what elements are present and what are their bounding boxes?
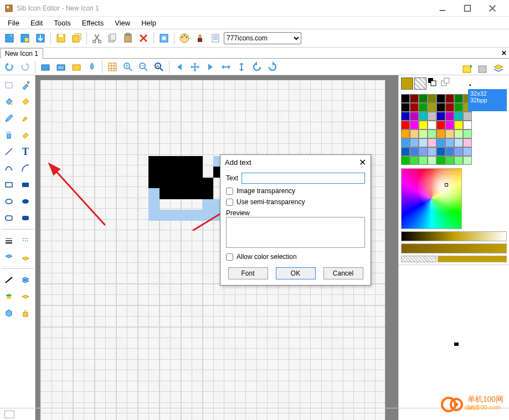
palette-icon[interactable]: [177, 31, 192, 45]
wizard-icon[interactable]: [193, 31, 207, 45]
rotate-right-icon[interactable]: [265, 60, 280, 74]
color-swatch[interactable]: [454, 129, 463, 138]
color-swatch[interactable]: [419, 94, 428, 103]
arrow-right-icon[interactable]: [203, 60, 218, 74]
layer-visibility-icon[interactable]: ▪: [469, 82, 471, 88]
zoom-in-icon[interactable]: [121, 60, 135, 74]
drop-icon[interactable]: [85, 60, 99, 74]
close-button[interactable]: [480, 0, 505, 17]
color-swatch[interactable]: [428, 112, 436, 121]
color-swatch[interactable]: [428, 103, 436, 112]
color-swatch[interactable]: [463, 121, 472, 129]
arrow-left-icon[interactable]: [172, 60, 187, 74]
color-swatch[interactable]: [410, 103, 419, 112]
color-swatch[interactable]: [410, 112, 419, 121]
roundrect-tool[interactable]: [1, 210, 17, 226]
open-icon[interactable]: [18, 31, 32, 45]
color-swap-icon[interactable]: [428, 77, 440, 90]
color-swatch[interactable]: [436, 147, 445, 156]
saturation-slider[interactable]: [401, 243, 507, 253]
merge-icon[interactable]: [1, 289, 17, 304]
color-swatch[interactable]: [428, 147, 436, 156]
menu-effects[interactable]: Effects: [76, 18, 110, 28]
brush-tool[interactable]: [18, 111, 33, 126]
properties-icon[interactable]: [208, 31, 223, 45]
flatten-icon[interactable]: [18, 289, 33, 304]
cut-icon[interactable]: [90, 31, 104, 45]
semi-transparency-checkbox[interactable]: [226, 199, 233, 206]
color-swatch[interactable]: [436, 138, 445, 147]
zoom-fit-icon[interactable]: A: [152, 60, 166, 74]
color-swatch[interactable]: [445, 112, 454, 121]
allow-color-checkbox[interactable]: [226, 253, 233, 261]
arrows-vert-icon[interactable]: [234, 60, 249, 74]
extract-icon[interactable]: [33, 31, 48, 45]
new-icon[interactable]: [2, 31, 17, 45]
redo-icon[interactable]: [18, 60, 32, 74]
bg-color-swatch[interactable]: [414, 77, 426, 90]
ellipse-fill-tool[interactable]: [18, 194, 33, 209]
color-swatch[interactable]: [445, 129, 454, 138]
maximize-button[interactable]: [455, 0, 480, 17]
cancel-button[interactable]: Cancel: [323, 267, 363, 279]
ok-button[interactable]: OK: [276, 267, 316, 279]
color-swatch[interactable]: [410, 129, 419, 138]
color-swatch[interactable]: [410, 94, 419, 103]
tab-newicon1[interactable]: New Icon 1: [0, 48, 43, 59]
arrows-move-icon[interactable]: [188, 60, 202, 74]
pattern-icon[interactable]: [18, 233, 33, 248]
select-rect-tool[interactable]: [1, 77, 17, 93]
layer1-icon[interactable]: [38, 60, 53, 74]
color-reset-icon[interactable]: [441, 77, 453, 90]
lightness-slider[interactable]: [401, 231, 507, 241]
color-swatch[interactable]: [463, 147, 472, 156]
delete-icon[interactable]: [136, 31, 151, 45]
test-icon[interactable]: [157, 31, 171, 45]
color-swatch[interactable]: [401, 103, 410, 112]
color-swatch[interactable]: [401, 121, 410, 129]
color-swatch[interactable]: [401, 147, 410, 156]
rect-tool[interactable]: [1, 177, 17, 193]
color-swatch[interactable]: [410, 138, 419, 147]
layer2-icon[interactable]: [54, 60, 68, 74]
stroke-size-icon[interactable]: [1, 233, 17, 248]
color-swatch[interactable]: [419, 138, 428, 147]
color-swatch[interactable]: [410, 121, 419, 129]
color-swatch[interactable]: [454, 112, 463, 121]
save-icon[interactable]: [54, 31, 68, 45]
color-swatch[interactable]: [436, 156, 445, 165]
color-swatch[interactable]: [445, 147, 454, 156]
paste-icon[interactable]: [121, 31, 135, 45]
color-swatch[interactable]: [463, 112, 472, 121]
eraser-tool[interactable]: [18, 127, 33, 143]
layer3-icon[interactable]: [69, 60, 84, 74]
export-image-icon[interactable]: [476, 62, 490, 76]
color-swatch[interactable]: [401, 138, 410, 147]
color-swatch[interactable]: [463, 138, 472, 147]
color-swatch[interactable]: [454, 103, 463, 112]
dialog-close-icon[interactable]: ✕: [359, 157, 366, 168]
menu-file[interactable]: File: [2, 18, 25, 28]
rotate-left-icon[interactable]: [250, 60, 264, 74]
arc-tool[interactable]: [18, 160, 33, 176]
color-swatch[interactable]: [454, 147, 463, 156]
smooth-icon[interactable]: [18, 272, 33, 288]
curve-tool[interactable]: [1, 160, 17, 176]
color-swatch[interactable]: [401, 112, 410, 121]
line-tool[interactable]: [1, 144, 17, 159]
layer-item[interactable]: 32x32 32bpp: [468, 89, 507, 111]
font-button[interactable]: Font: [228, 267, 268, 279]
layer-fg-icon[interactable]: [1, 250, 17, 265]
color-swatch[interactable]: [410, 147, 419, 156]
zoom-out-icon[interactable]: [136, 60, 151, 74]
undo-icon[interactable]: [2, 60, 17, 74]
color-swatch[interactable]: [401, 94, 410, 103]
pencil-tool[interactable]: [1, 111, 17, 126]
color-swatch[interactable]: [463, 129, 472, 138]
color-swatch[interactable]: [419, 103, 428, 112]
color-swatch[interactable]: [419, 129, 428, 138]
color-swatch[interactable]: [401, 156, 410, 165]
alpha-slider[interactable]: [401, 256, 436, 262]
color-swatch[interactable]: [436, 112, 445, 121]
text-input[interactable]: [241, 173, 365, 184]
